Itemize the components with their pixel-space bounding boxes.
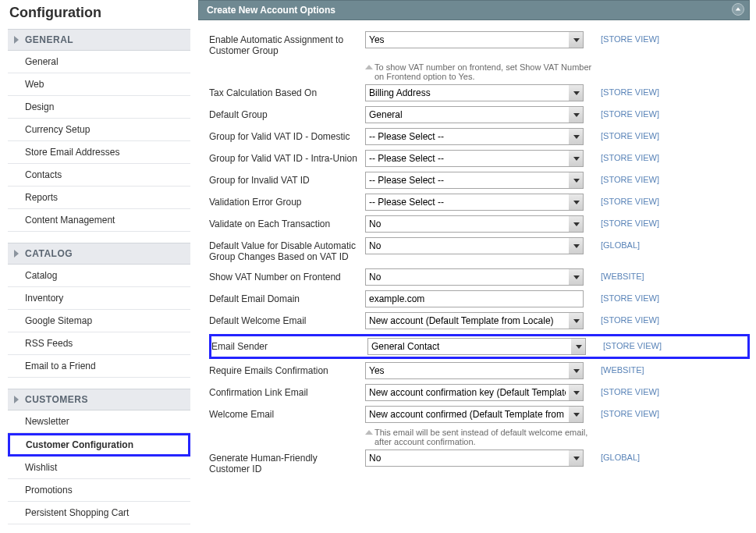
form-row-2: Default GroupGeneral[STORE VIEW] (209, 106, 750, 125)
form-row-5: Group for Invalid VAT ID-- Please Select… (209, 172, 750, 190)
panel-header[interactable]: Create New Account Options (198, 0, 750, 20)
field-label: Group for Valid VAT ID - Intra-Union (209, 150, 365, 167)
scope-label: [WEBSITE] (596, 362, 682, 375)
nav-section-catalog[interactable]: CATALOG (8, 243, 190, 265)
nav-item-promotions[interactable]: Promotions (8, 479, 190, 502)
nav-item-email-to-a-friend[interactable]: Email to a Friend (8, 355, 190, 378)
scope-label: [STORE VIEW] (596, 31, 682, 44)
form-row-11: Default Welcome EmailNew account (Defaul… (209, 312, 750, 331)
nav-item-content-management[interactable]: Content Management (8, 209, 190, 232)
nav-item-store-email-addresses[interactable]: Store Email Addresses (8, 141, 190, 164)
field-select[interactable]: No (365, 449, 584, 467)
scope-label: [STORE VIEW] (596, 406, 682, 418)
nav-item-general[interactable]: General (8, 51, 190, 73)
main-panel: Create New Account Options Enable Automa… (198, 0, 756, 533)
field-select[interactable]: No (365, 268, 584, 286)
scope-label: [GLOBAL] (596, 449, 682, 462)
field-select[interactable]: -- Please Select -- (365, 172, 584, 189)
field-select[interactable]: -- Please Select -- (365, 128, 584, 145)
sidebar-nav: GENERALGeneralWebDesignCurrency SetupSto… (8, 29, 190, 533)
nav-item-newsletter[interactable]: Newsletter (8, 410, 190, 433)
field-select[interactable]: No (365, 237, 584, 254)
scope-label: [GLOBAL] (596, 237, 682, 250)
nav-item-currency-setup[interactable]: Currency Setup (8, 119, 190, 141)
nav-item-inventory[interactable]: Inventory (8, 287, 190, 310)
scope-label: [STORE VIEW] (596, 150, 682, 162)
scope-label: [WEBSITE] (596, 268, 682, 281)
nav-item-wishlist[interactable]: Wishlist (8, 457, 190, 479)
field-select[interactable]: General (365, 106, 584, 123)
form-row-1: Tax Calculation Based OnBilling Address[… (209, 84, 750, 103)
scope-label: [STORE VIEW] (596, 84, 682, 97)
scope-label: [STORE VIEW] (598, 338, 684, 350)
nav-section-general[interactable]: GENERAL (8, 29, 190, 51)
scope-label: [STORE VIEW] (596, 172, 682, 184)
field-label: Require Emails Confirmation (209, 362, 365, 379)
nav-item-contacts[interactable]: Contacts (8, 164, 190, 187)
nav-item-design[interactable]: Design (8, 96, 190, 119)
form-row-13: Require Emails ConfirmationYes[WEBSITE] (209, 362, 750, 381)
collapse-icon[interactable] (732, 3, 744, 16)
scope-label: [STORE VIEW] (596, 384, 682, 396)
scope-label: [STORE VIEW] (596, 290, 682, 303)
form-row-4: Group for Valid VAT ID - Intra-Union-- P… (209, 150, 750, 169)
field-label: Default Group (209, 106, 365, 123)
field-label: Generate Human-Friendly Customer ID (209, 449, 365, 478)
form-row-7: Validate on Each TransactionNo[STORE VIE… (209, 215, 750, 234)
field-select[interactable]: General Contact (367, 338, 586, 355)
field-select[interactable]: -- Please Select -- (365, 194, 584, 211)
panel-title: Create New Account Options (207, 5, 335, 16)
form-row-10: Default Email Domain[STORE VIEW] (209, 290, 750, 309)
field-select[interactable]: New account (Default Template from Local… (365, 312, 584, 329)
page-title: Configuration (8, 0, 190, 29)
form-row-16: Generate Human-Friendly Customer IDNo[GL… (209, 449, 750, 478)
help-text: To show VAT number on frontend, set Show… (365, 62, 596, 81)
help-text: This email will be sent instead of defau… (365, 428, 596, 446)
nav-item-catalog[interactable]: Catalog (8, 265, 190, 287)
form-row-9: Show VAT Number on FrontendNo[WEBSITE] (209, 268, 750, 287)
config-sidebar: Configuration GENERALGeneralWebDesignCur… (0, 0, 198, 533)
field-label: Group for Valid VAT ID - Domestic (209, 128, 365, 145)
nav-item-customer-configuration[interactable]: Customer Configuration (8, 433, 190, 457)
nav-item-reports[interactable]: Reports (8, 187, 190, 209)
field-label: Default Value for Disable Automatic Grou… (209, 237, 365, 265)
field-select[interactable]: Billing Address (365, 84, 584, 101)
field-label: Email Sender (211, 338, 367, 355)
field-label: Default Email Domain (209, 290, 365, 307)
nav-item-google-sitemap[interactable]: Google Sitemap (8, 310, 190, 332)
scope-label: [STORE VIEW] (596, 215, 682, 228)
scope-label: [STORE VIEW] (596, 312, 682, 325)
form-row-6: Validation Error Group-- Please Select -… (209, 194, 750, 212)
form-row-14: Confirmation Link EmailNew account confi… (209, 384, 750, 403)
form-body: Enable Automatic Assignment to Customer … (198, 20, 750, 489)
help-row: This email will be sent instead of defau… (209, 428, 750, 446)
field-select[interactable]: -- Please Select -- (365, 150, 584, 167)
nav-item-web[interactable]: Web (8, 73, 190, 96)
help-row: To show VAT number on frontend, set Show… (209, 62, 750, 81)
field-label: Confirmation Link Email (209, 384, 365, 401)
field-label: Welcome Email (209, 406, 365, 423)
form-row-8: Default Value for Disable Automatic Grou… (209, 237, 750, 265)
scope-label: [STORE VIEW] (596, 106, 682, 119)
nav-item-rss-feeds[interactable]: RSS Feeds (8, 332, 190, 355)
form-row-15: Welcome EmailNew account confirmed (Defa… (209, 406, 750, 425)
field-select[interactable]: New account confirmation key (Default Te… (365, 384, 584, 401)
field-label: Default Welcome Email (209, 312, 365, 329)
field-select[interactable]: New account confirmed (Default Template … (365, 406, 584, 423)
field-label: Validate on Each Transaction (209, 215, 365, 233)
form-row-12: Email SenderGeneral Contact[STORE VIEW] (209, 334, 750, 359)
nav-section-customers[interactable]: CUSTOMERS (8, 389, 190, 410)
field-input[interactable] (365, 290, 584, 307)
field-label: Enable Automatic Assignment to Customer … (209, 31, 365, 59)
nav-item-persistent-shopping-cart[interactable]: Persistent Shopping Cart (8, 502, 190, 524)
field-label: Validation Error Group (209, 194, 365, 211)
form-row-3: Group for Valid VAT ID - Domestic-- Plea… (209, 128, 750, 147)
field-select[interactable]: Yes (365, 31, 584, 48)
field-select[interactable]: Yes (365, 362, 584, 379)
form-row-0: Enable Automatic Assignment to Customer … (209, 31, 750, 59)
scope-label: [STORE VIEW] (596, 194, 682, 206)
field-label: Group for Invalid VAT ID (209, 172, 365, 189)
scope-label: [STORE VIEW] (596, 128, 682, 140)
field-select[interactable]: No (365, 215, 584, 233)
field-label: Show VAT Number on Frontend (209, 268, 365, 286)
